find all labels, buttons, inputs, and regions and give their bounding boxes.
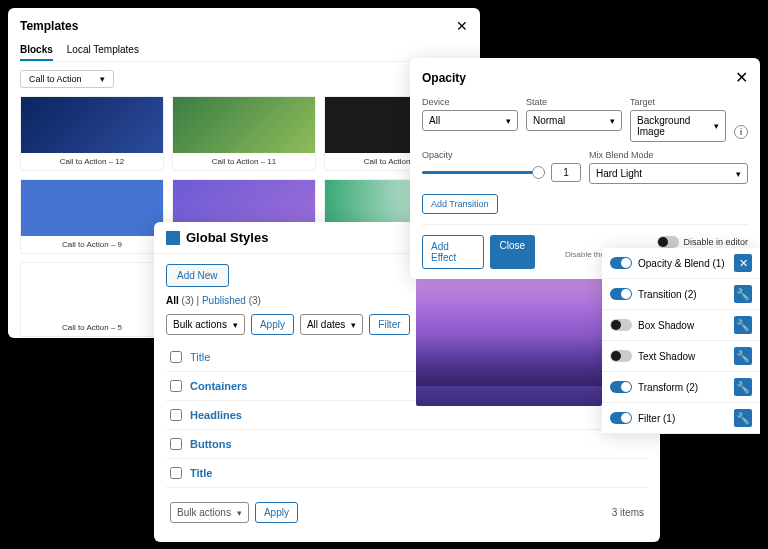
add-new-button[interactable]: Add New <box>166 264 229 287</box>
category-select[interactable]: Call to Action▾ <box>20 70 114 88</box>
row-title-link[interactable]: Title <box>190 467 212 479</box>
target-select[interactable]: Background Image▾ <box>630 110 726 142</box>
state-select[interactable]: Normal▾ <box>526 110 622 131</box>
templates-title: Templates <box>20 19 78 33</box>
wrench-icon[interactable]: 🔧 <box>734 347 752 365</box>
table-row: Buttons <box>166 430 648 459</box>
row-title-link[interactable]: Buttons <box>190 438 232 450</box>
effect-toggle[interactable] <box>610 350 632 362</box>
add-transition-button[interactable]: Add Transition <box>422 194 498 214</box>
effect-toggle[interactable] <box>610 288 632 300</box>
chevron-down-icon: ▾ <box>714 121 719 131</box>
template-card[interactable]: Call to Action – 9 <box>20 179 164 254</box>
remove-icon[interactable]: ✕ <box>734 254 752 272</box>
close-button[interactable]: Close <box>490 235 536 269</box>
apply-button[interactable]: Apply <box>255 502 298 523</box>
close-icon[interactable]: ✕ <box>456 18 468 34</box>
chevron-down-icon: ▾ <box>351 320 356 330</box>
row-checkbox[interactable] <box>170 438 182 450</box>
tab-local-templates[interactable]: Local Templates <box>67 40 139 61</box>
effect-toggle[interactable] <box>610 319 632 331</box>
dates-select[interactable]: All dates▾ <box>300 314 363 335</box>
chevron-down-icon: ▾ <box>610 116 615 126</box>
effect-item: Transition (2)🔧 <box>602 279 760 310</box>
close-icon[interactable]: ✕ <box>735 68 748 87</box>
chevron-down-icon: ▾ <box>736 169 741 179</box>
templates-tabs: Blocks Local Templates <box>20 40 468 62</box>
effect-item: Transform (2)🔧 <box>602 372 760 403</box>
template-card[interactable]: Call to Action – 5 <box>20 262 164 337</box>
row-title-link[interactable]: Headlines <box>190 409 242 421</box>
select-all-checkbox[interactable] <box>170 351 182 363</box>
disable-editor-toggle[interactable] <box>657 236 679 248</box>
slider-thumb[interactable] <box>532 166 545 179</box>
chevron-down-icon: ▾ <box>237 508 242 518</box>
table-header-title[interactable]: Title <box>190 351 210 363</box>
info-icon[interactable]: i <box>734 125 748 139</box>
effect-item: Box Shadow🔧 <box>602 310 760 341</box>
bulk-actions-select[interactable]: Bulk actions▾ <box>170 502 249 523</box>
chevron-down-icon: ▾ <box>506 116 511 126</box>
opacity-title: Opacity <box>422 71 466 85</box>
row-checkbox[interactable] <box>170 380 182 392</box>
effect-item: Opacity & Blend (1)✕ <box>602 248 760 279</box>
effect-toggle[interactable] <box>610 257 632 269</box>
effect-toggle[interactable] <box>610 412 632 424</box>
apply-button[interactable]: Apply <box>251 314 294 335</box>
wrench-icon[interactable]: 🔧 <box>734 378 752 396</box>
wrench-icon[interactable]: 🔧 <box>734 316 752 334</box>
effect-item: Filter (1)🔧 <box>602 403 760 434</box>
opacity-panel: Opacity ✕ DeviceAll▾ StateNormal▾ Target… <box>410 58 760 279</box>
opacity-slider[interactable] <box>422 171 545 174</box>
effect-toggle[interactable] <box>610 381 632 393</box>
filter-button[interactable]: Filter <box>369 314 409 335</box>
table-row: Title <box>166 459 648 488</box>
row-checkbox[interactable] <box>170 409 182 421</box>
tab-blocks[interactable]: Blocks <box>20 40 53 61</box>
effects-list: Opacity & Blend (1)✕Transition (2)🔧Box S… <box>602 248 760 434</box>
chevron-down-icon: ▾ <box>100 74 105 84</box>
row-title-link[interactable]: Containers <box>190 380 247 392</box>
opacity-value[interactable]: 1 <box>551 163 581 182</box>
template-card[interactable]: Call to Action – 11 <box>172 96 316 171</box>
wrench-icon[interactable]: 🔧 <box>734 285 752 303</box>
row-checkbox[interactable] <box>170 467 182 479</box>
tab-published[interactable]: Published <box>202 295 246 306</box>
effect-item: Text Shadow🔧 <box>602 341 760 372</box>
add-effect-button[interactable]: Add Effect <box>422 235 484 269</box>
chevron-down-icon: ▾ <box>233 320 238 330</box>
template-card[interactable]: Call to Action – 12 <box>20 96 164 171</box>
wrench-icon[interactable]: 🔧 <box>734 409 752 427</box>
bulk-actions-select[interactable]: Bulk actions▾ <box>166 314 245 335</box>
items-count: 3 items <box>612 507 644 518</box>
cube-icon <box>166 231 180 245</box>
device-select[interactable]: All▾ <box>422 110 518 131</box>
blend-mode-select[interactable]: Hard Light▾ <box>589 163 748 184</box>
global-styles-logo: Global Styles <box>166 230 268 245</box>
